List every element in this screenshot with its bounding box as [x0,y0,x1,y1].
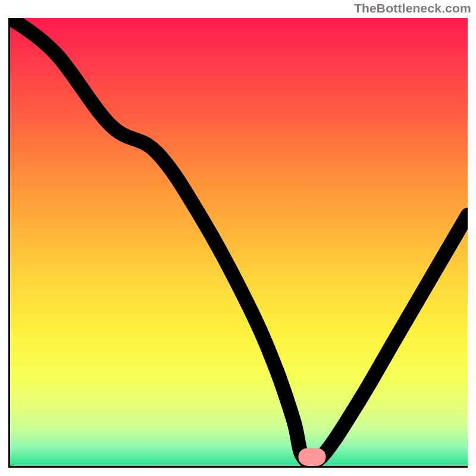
plot-area [8,18,468,468]
watermark-text: TheBottleneck.com [354,1,471,15]
bottleneck-chart: TheBottleneck.com [0,0,476,476]
bottleneck-curve-path [10,18,468,463]
optimal-marker [303,452,321,461]
curve-layer [10,18,468,466]
